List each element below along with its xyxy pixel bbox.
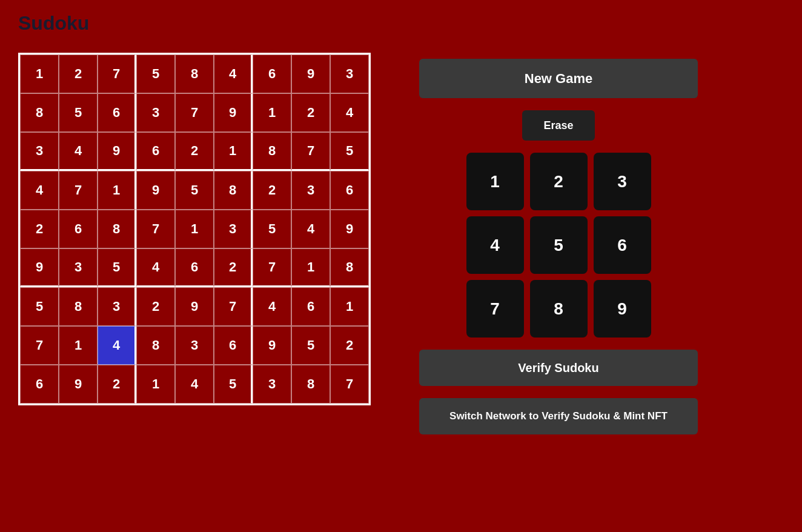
cell-r6-c1[interactable]: 8 [59,287,98,326]
cell-r7-c0[interactable]: 7 [20,326,59,365]
cell-r1-c3[interactable]: 3 [136,93,175,132]
cell-r2-c0[interactable]: 3 [20,132,59,171]
cell-r5-c5[interactable]: 2 [214,248,253,287]
cell-r8-c8[interactable]: 7 [330,365,369,404]
numpad-btn-3[interactable]: 3 [594,153,651,210]
cell-r6-c2[interactable]: 3 [98,287,136,326]
cell-r3-c4[interactable]: 5 [175,171,214,210]
cell-r6-c5[interactable]: 7 [214,287,253,326]
cell-r0-c5[interactable]: 4 [214,55,253,93]
cell-r0-c1[interactable]: 2 [59,55,98,93]
cell-r4-c3[interactable]: 7 [136,210,175,248]
numpad-btn-8[interactable]: 8 [530,280,588,337]
cell-r8-c7[interactable]: 8 [291,365,330,404]
cell-r3-c0[interactable]: 4 [20,171,59,210]
cell-r2-c8[interactable]: 5 [330,132,369,171]
cell-r0-c8[interactable]: 3 [330,55,369,93]
cell-r2-c6[interactable]: 8 [253,132,291,171]
cell-r7-c5[interactable]: 6 [214,326,253,365]
cell-r5-c0[interactable]: 9 [20,248,59,287]
cell-r5-c8[interactable]: 8 [330,248,369,287]
numpad-btn-6[interactable]: 6 [594,216,651,274]
cell-r4-c4[interactable]: 1 [175,210,214,248]
cell-r2-c4[interactable]: 2 [175,132,214,171]
cell-r3-c3[interactable]: 9 [136,171,175,210]
numpad-btn-1[interactable]: 1 [466,153,524,210]
cell-r6-c3[interactable]: 2 [136,287,175,326]
cell-r1-c7[interactable]: 2 [291,93,330,132]
cell-r8-c5[interactable]: 5 [214,365,253,404]
cell-r4-c6[interactable]: 5 [253,210,291,248]
cell-r5-c2[interactable]: 5 [98,248,136,287]
erase-button[interactable]: Erase [522,110,595,141]
cell-r8-c0[interactable]: 6 [20,365,59,404]
cell-r5-c7[interactable]: 1 [291,248,330,287]
numpad: 123456789 [466,153,651,337]
cell-r2-c5[interactable]: 1 [214,132,253,171]
cell-r2-c3[interactable]: 6 [136,132,175,171]
cell-r0-c2[interactable]: 7 [98,55,136,93]
cell-r0-c4[interactable]: 8 [175,55,214,93]
cell-r5-c1[interactable]: 3 [59,248,98,287]
cell-r4-c0[interactable]: 2 [20,210,59,248]
controls-panel: New Game Erase 123456789 Verify Sudoku S… [419,59,698,434]
cell-r3-c2[interactable]: 1 [98,171,136,210]
cell-r3-c1[interactable]: 7 [59,171,98,210]
cell-r1-c5[interactable]: 9 [214,93,253,132]
cell-r5-c3[interactable]: 4 [136,248,175,287]
cell-r3-c7[interactable]: 3 [291,171,330,210]
cell-r4-c2[interactable]: 8 [98,210,136,248]
cell-r0-c3[interactable]: 5 [136,55,175,93]
app-title: Sudoku [18,12,784,35]
cell-r7-c2[interactable]: 4 [98,326,136,365]
cell-r7-c6[interactable]: 9 [253,326,291,365]
numpad-btn-5[interactable]: 5 [530,216,588,274]
cell-r1-c6[interactable]: 1 [253,93,291,132]
numpad-btn-9[interactable]: 9 [594,280,651,337]
numpad-btn-4[interactable]: 4 [466,216,524,274]
cell-r6-c4[interactable]: 9 [175,287,214,326]
cell-r6-c7[interactable]: 6 [291,287,330,326]
numpad-btn-2[interactable]: 2 [530,153,588,210]
cell-r6-c0[interactable]: 5 [20,287,59,326]
cell-r7-c1[interactable]: 1 [59,326,98,365]
cell-r2-c7[interactable]: 7 [291,132,330,171]
cell-r5-c6[interactable]: 7 [253,248,291,287]
cell-r8-c3[interactable]: 1 [136,365,175,404]
sudoku-grid: 1275846938563791243496218754719582362687… [18,53,371,405]
numpad-btn-7[interactable]: 7 [466,280,524,337]
cell-r6-c6[interactable]: 4 [253,287,291,326]
cell-r7-c3[interactable]: 8 [136,326,175,365]
cell-r5-c4[interactable]: 6 [175,248,214,287]
cell-r8-c4[interactable]: 4 [175,365,214,404]
cell-r3-c8[interactable]: 6 [330,171,369,210]
cell-r0-c6[interactable]: 6 [253,55,291,93]
cell-r1-c1[interactable]: 5 [59,93,98,132]
cell-r4-c1[interactable]: 6 [59,210,98,248]
cell-r8-c1[interactable]: 9 [59,365,98,404]
verify-button[interactable]: Verify Sudoku [419,350,698,386]
cell-r7-c8[interactable]: 2 [330,326,369,365]
cell-r8-c6[interactable]: 3 [253,365,291,404]
switch-network-button[interactable]: Switch Network to Verify Sudoku & Mint N… [419,398,698,434]
cell-r7-c4[interactable]: 3 [175,326,214,365]
cell-r0-c0[interactable]: 1 [20,55,59,93]
cell-r8-c2[interactable]: 2 [98,365,136,404]
cell-r1-c0[interactable]: 8 [20,93,59,132]
cell-r4-c7[interactable]: 4 [291,210,330,248]
cell-r2-c1[interactable]: 4 [59,132,98,171]
cell-r4-c5[interactable]: 3 [214,210,253,248]
cell-r3-c5[interactable]: 8 [214,171,253,210]
cell-r4-c8[interactable]: 9 [330,210,369,248]
cell-r1-c2[interactable]: 6 [98,93,136,132]
cell-r7-c7[interactable]: 5 [291,326,330,365]
cell-r1-c8[interactable]: 4 [330,93,369,132]
cell-r0-c7[interactable]: 9 [291,55,330,93]
cell-r1-c4[interactable]: 7 [175,93,214,132]
cell-r6-c8[interactable]: 1 [330,287,369,326]
cell-r3-c6[interactable]: 2 [253,171,291,210]
cell-r2-c2[interactable]: 9 [98,132,136,171]
new-game-button[interactable]: New Game [419,59,698,98]
